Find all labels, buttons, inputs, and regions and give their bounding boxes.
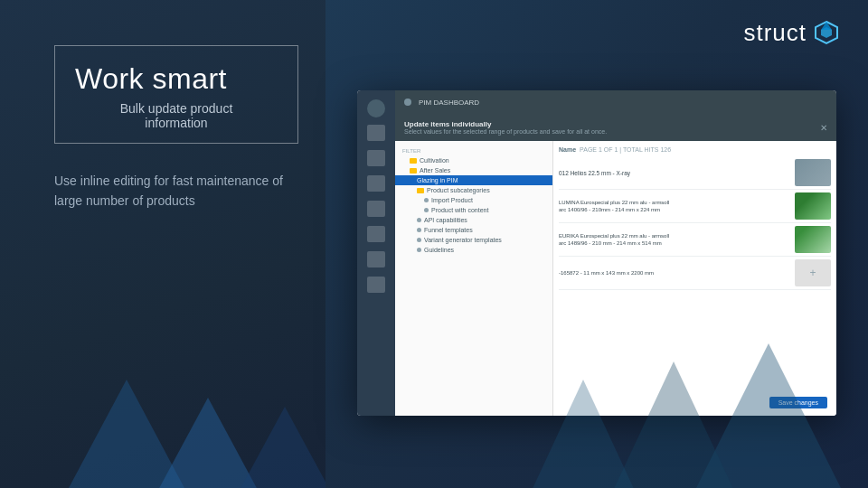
- sidebar-icon-6[interactable]: [367, 251, 385, 267]
- grid-col-name: Name: [559, 146, 576, 153]
- page-title: Work smart: [75, 62, 278, 96]
- sidebar-icon-3[interactable]: [367, 175, 385, 192]
- tree-item-variant[interactable]: Variant generator templates: [395, 235, 552, 245]
- topbar-title: PIM DASHBOARD: [419, 99, 827, 107]
- folder-icon: [417, 188, 424, 193]
- logo: struct: [743, 18, 841, 47]
- modal-title-group: Update items individually Select values …: [404, 120, 607, 135]
- folder-icon: [410, 158, 417, 164]
- tree-item-after-sales[interactable]: After Sales: [395, 165, 552, 175]
- app-sidebar: [357, 90, 395, 416]
- dot-icon: [417, 228, 421, 232]
- sidebar-icon-4[interactable]: [367, 201, 385, 217]
- product-image-2: [795, 192, 831, 220]
- product-image-4: +: [795, 259, 831, 286]
- sidebar-icon-2[interactable]: [367, 150, 385, 166]
- grid-cell-id: -165872 - 11 mm x 143 mm x 2200 mm: [559, 270, 791, 276]
- grid-cell-id: EURIKA Eurospecial plus 22 mm alu - arms…: [559, 232, 791, 248]
- grid-cell-id: LUMINA Eurospecial plus 22 mm alu - arms…: [559, 199, 791, 214]
- topbar-dot: [404, 99, 411, 106]
- tree-item-funnel[interactable]: Funnel templates: [395, 225, 552, 235]
- modal-title: Update items individually: [404, 120, 607, 128]
- table-row: 012 Helios 22.5 mm - X-ray: [559, 156, 831, 190]
- left-panel: Work smart Bulk update productinformatio…: [0, 0, 353, 488]
- sidebar-icon-1[interactable]: [367, 125, 385, 141]
- modal-close-button[interactable]: ✕: [820, 123, 827, 133]
- description-text: Use inline editing for fast maintenance …: [54, 171, 298, 211]
- dot-icon: [424, 198, 429, 202]
- tree-item-cultivation[interactable]: Cultivation: [395, 155, 552, 165]
- table-row: LUMINA Eurospecial plus 22 mm alu - arms…: [559, 190, 831, 223]
- dot-icon: [410, 178, 414, 183]
- tree-item-api[interactable]: API capabilities: [395, 215, 552, 225]
- app-topbar: PIM DASHBOARD: [395, 90, 836, 114]
- grid-page-info: PAGE 1 OF 1 | TOTAL HITS 126: [580, 146, 671, 153]
- sidebar-icon-7[interactable]: [367, 277, 385, 293]
- dot-icon: [417, 238, 421, 242]
- dot-icon: [417, 248, 421, 252]
- tree-item-product-subcategories[interactable]: Product subcategories: [395, 185, 552, 195]
- img-placeholder: [795, 159, 831, 186]
- tree-item-import-product[interactable]: Import Product: [395, 195, 552, 205]
- grid-header: Name PAGE 1 OF 1 | TOTAL HITS 126: [559, 146, 831, 153]
- product-image-3: [795, 226, 831, 253]
- logo-text: struct: [743, 19, 807, 47]
- folder-icon: [410, 168, 417, 174]
- product-image-1: [795, 159, 831, 186]
- right-triangle-3: [524, 380, 642, 488]
- tree-panel: FILTER Cultivation After Sales Glazing i…: [395, 141, 553, 416]
- page-subtitle: Bulk update productinformation: [75, 101, 278, 130]
- tree-item-glazing[interactable]: Glazing in PIM: [395, 175, 552, 185]
- modal-header: Update items individually Select values …: [395, 114, 836, 141]
- sidebar-logo-dot: [367, 99, 385, 117]
- img-placeholder-greenhouse: [795, 192, 831, 220]
- right-panel: struct PIM DASHBOARD: [326, 0, 868, 488]
- img-placeholder-shed: [795, 226, 831, 253]
- dot-icon: [417, 218, 421, 222]
- tree-item-filter: FILTER: [395, 146, 552, 155]
- table-row: EURIKA Eurospecial plus 22 mm alu - arms…: [559, 223, 831, 257]
- sidebar-icon-5[interactable]: [367, 226, 385, 242]
- table-row: -165872 - 11 mm x 143 mm x 2200 mm +: [559, 257, 831, 290]
- grid-cell-id: 012 Helios 22.5 mm - X-ray: [559, 170, 791, 176]
- dot-icon: [424, 208, 429, 212]
- decorative-triangles: [0, 307, 353, 488]
- modal-subtitle: Select values for the selected range of …: [404, 128, 607, 135]
- tree-item-guidelines[interactable]: Guidelines: [395, 245, 552, 255]
- tree-item-product-content[interactable]: Product with content: [395, 205, 552, 215]
- struct-logo-icon: [812, 18, 841, 47]
- title-box: Work smart Bulk update productinformatio…: [54, 45, 298, 144]
